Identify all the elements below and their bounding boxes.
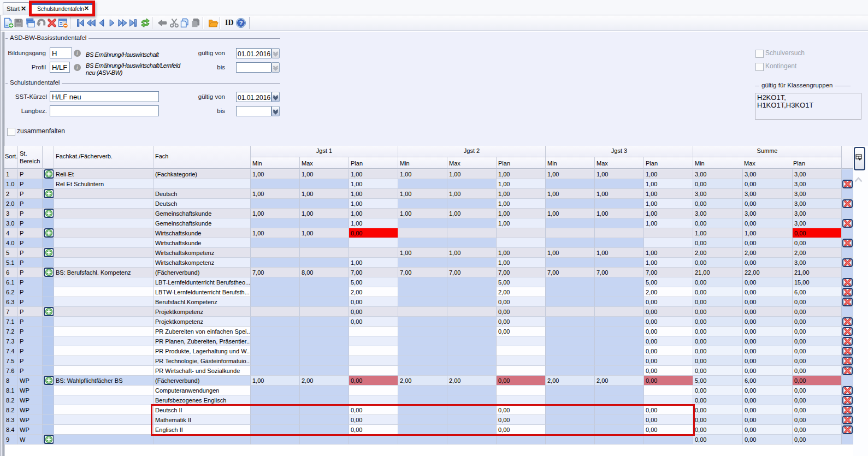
- svg-text:?: ?: [239, 20, 243, 26]
